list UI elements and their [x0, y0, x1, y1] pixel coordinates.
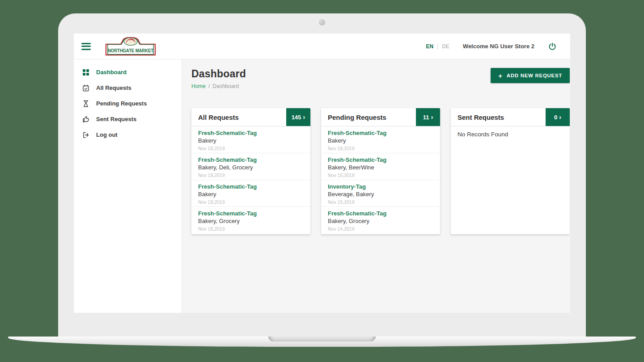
request-categories: Bakery, Deli, Grocery [198, 164, 304, 171]
request-item[interactable]: Fresh-Schematic-Tag Bakery, BeerWine Nov… [321, 153, 440, 180]
card-count: 145 [292, 114, 301, 121]
chevron-right-icon: › [303, 114, 305, 120]
request-date: Nov 15,2019 [328, 199, 433, 205]
request-tag: Fresh-Schematic-Tag [328, 129, 433, 137]
add-new-request-label: ADD NEW REQUEST [507, 73, 562, 78]
card-pending-requests: Pending Requests 11 › Fresh-Schematic-Ta… [321, 108, 440, 234]
sidebar-nav: Dashboard All Requests [74, 59, 182, 313]
chevron-right-icon: › [559, 114, 561, 120]
app-window: NORTHGATE MARKET EN | DE Welcome NG User… [74, 34, 570, 313]
card-header: Pending Requests 11 › [321, 108, 440, 126]
card-count: 0 [554, 114, 557, 121]
brand-name-text: NORTHGATE MARKET [108, 48, 153, 53]
card-sent-requests: Sent Requests 0 › No Records Found [451, 108, 570, 234]
sidebar-item-dashboard[interactable]: Dashboard [74, 64, 182, 80]
sidebar-item-label: Sent Requests [96, 116, 136, 122]
brand-logo[interactable]: NORTHGATE MARKET [104, 36, 157, 57]
sidebar-item-label: Log out [96, 131, 118, 138]
no-records-text: No Records Found [451, 126, 570, 142]
breadcrumb-separator: / [208, 83, 210, 89]
request-tag: Fresh-Schematic-Tag [198, 129, 304, 137]
request-date: Nov 18,2019 [198, 199, 304, 205]
sidebar-item-all-requests[interactable]: All Requests [74, 80, 182, 96]
sidebar-item-logout[interactable]: Log out [74, 127, 182, 143]
laptop-base [8, 337, 636, 347]
laptop-camera [319, 19, 325, 25]
page-background: NORTHGATE MARKET EN | DE Welcome NG User… [0, 0, 644, 362]
page-title: Dashboard [191, 68, 246, 80]
sidebar-item-label: Dashboard [96, 69, 127, 76]
laptop-hinge-notch [268, 337, 376, 341]
language-switcher: EN | DE [426, 43, 449, 50]
request-tag: Fresh-Schematic-Tag [198, 210, 304, 217]
laptop-screen: NORTHGATE MARKET EN | DE Welcome NG User… [74, 34, 570, 313]
thumbs-up-icon [82, 115, 89, 123]
request-item[interactable]: Fresh-Schematic-Tag Bakery, Grocery Nov … [321, 207, 440, 234]
language-de[interactable]: DE [442, 43, 449, 50]
request-tag: Inventory-Tag [328, 183, 433, 190]
logout-icon [82, 131, 89, 139]
welcome-user-text: Welcome NG User Store 2 [463, 43, 534, 50]
request-date: Nov 18,2019 [328, 145, 433, 152]
sidebar-item-pending-requests[interactable]: Pending Requests [74, 96, 182, 111]
request-tag: Fresh-Schematic-Tag [328, 210, 433, 217]
request-tag: Fresh-Schematic-Tag [198, 156, 304, 164]
request-tag: Fresh-Schematic-Tag [198, 183, 304, 190]
request-item[interactable]: Fresh-Schematic-Tag Bakery Nov 18,2019 [191, 126, 310, 153]
request-date: Nov 18,2019 [198, 172, 304, 178]
request-categories: Bakery [198, 137, 304, 144]
request-date: Nov 18,2019 [198, 145, 304, 152]
laptop-frame: NORTHGATE MARKET EN | DE Welcome NG User… [58, 13, 586, 337]
card-header: All Requests 145 › [191, 108, 310, 126]
card-header: Sent Requests 0 › [451, 108, 570, 126]
add-new-request-button[interactable]: + ADD NEW REQUEST [491, 68, 570, 83]
request-item[interactable]: Inventory-Tag Beverage, Bakery Nov 15,20… [321, 180, 440, 207]
request-item[interactable]: Fresh-Schematic-Tag Bakery Nov 18,2019 [321, 126, 440, 153]
card-count-badge[interactable]: 145 › [286, 108, 310, 126]
request-date: Nov 18,2019 [198, 226, 304, 232]
breadcrumb: Home / Dashboard [191, 83, 246, 89]
calendar-check-icon [82, 84, 89, 92]
language-en[interactable]: EN [426, 43, 433, 50]
request-item[interactable]: Fresh-Schematic-Tag Bakery, Grocery Nov … [191, 207, 310, 234]
hamburger-menu-icon[interactable] [81, 43, 91, 50]
summary-cards-row: All Requests 145 › Fresh-Schematic-Tag B… [191, 108, 570, 234]
request-date: Nov 15,2019 [328, 172, 433, 178]
card-title: All Requests [198, 114, 239, 121]
request-item[interactable]: Fresh-Schematic-Tag Bakery, Deli, Grocer… [191, 153, 310, 180]
request-tag: Fresh-Schematic-Tag [328, 156, 433, 164]
request-date: Nov 14,2019 [328, 226, 433, 232]
request-item[interactable]: Fresh-Schematic-Tag Bakery Nov 18,2019 [191, 180, 310, 207]
card-count: 11 [423, 114, 429, 121]
power-logout-icon[interactable] [548, 42, 557, 51]
breadcrumb-home-link[interactable]: Home [191, 83, 206, 89]
dashboard-grid-icon [82, 68, 89, 76]
request-categories: Beverage, Bakery [328, 190, 433, 198]
main-content: Dashboard Home / Dashboard + ADD NEW REQ… [182, 59, 570, 313]
request-categories: Bakery, Grocery [328, 217, 433, 225]
sidebar-item-label: All Requests [96, 84, 131, 91]
breadcrumb-current: Dashboard [212, 83, 239, 89]
sidebar-item-label: Pending Requests [96, 100, 147, 107]
card-title: Pending Requests [328, 114, 386, 121]
card-count-badge[interactable]: 0 › [546, 108, 570, 126]
card-all-requests: All Requests 145 › Fresh-Schematic-Tag B… [191, 108, 310, 234]
language-separator: | [437, 43, 438, 50]
top-header: NORTHGATE MARKET EN | DE Welcome NG User… [74, 34, 570, 59]
hourglass-icon [82, 100, 89, 107]
request-categories: Bakery, BeerWine [328, 164, 433, 171]
card-title: Sent Requests [458, 114, 504, 121]
request-categories: Bakery [328, 137, 433, 144]
header-right-group: EN | DE Welcome NG User Store 2 [426, 42, 557, 51]
sidebar-item-sent-requests[interactable]: Sent Requests [74, 111, 182, 127]
plus-icon: + [498, 72, 502, 79]
request-categories: Bakery, Grocery [198, 217, 304, 225]
card-count-badge[interactable]: 11 › [416, 108, 440, 126]
chevron-right-icon: › [431, 114, 433, 120]
request-categories: Bakery [198, 190, 304, 198]
